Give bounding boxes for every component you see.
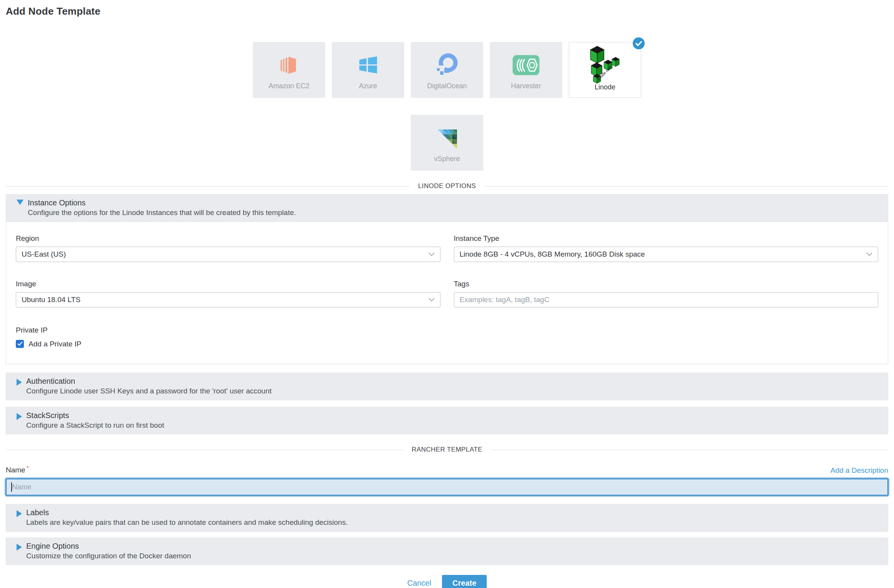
authentication-header[interactable]: Authentication Configure Linode user SSH…: [6, 373, 888, 400]
instance-options-content: Region US-East (US) Instance Type Linode…: [6, 222, 888, 364]
engine-options-header[interactable]: Engine Options Customize the configurati…: [6, 538, 888, 565]
provider-card-label: vSphere: [434, 155, 460, 163]
provider-card-amazon-ec2[interactable]: Amazon EC2: [253, 42, 325, 98]
provider-card-label: Amazon EC2: [269, 82, 309, 90]
image-value: Ubuntu 18.04 LTS: [22, 296, 81, 304]
section-title: Authentication: [26, 376, 272, 386]
name-row: Name* Add a Description: [6, 464, 888, 474]
linode-icon: linode.com: [587, 46, 623, 83]
add-node-template-page: Add Node Template Amazon EC2: [0, 0, 894, 588]
region-field: Region US-East (US): [16, 234, 440, 262]
region-select[interactable]: US-East (US): [16, 247, 440, 262]
section-title: Engine Options: [26, 541, 191, 551]
tags-input[interactable]: [454, 292, 879, 307]
page-title: Add Node Template: [6, 5, 888, 17]
provider-card-vsphere[interactable]: vSphere: [411, 115, 483, 171]
name-input[interactable]: [6, 479, 888, 496]
provider-card-label: Azure: [359, 82, 377, 90]
divider-line: [491, 450, 888, 450]
text-caret: [11, 482, 12, 492]
check-icon: [17, 342, 23, 346]
chevron-down-icon: [429, 252, 435, 256]
provider-picker: Amazon EC2 Azure: [6, 42, 888, 171]
instance-type-value: Linode 8GB - 4 vCPUs, 8GB Memory, 160GB …: [460, 250, 645, 259]
create-button[interactable]: Create: [442, 575, 487, 588]
region-value: US-East (US): [22, 250, 66, 259]
provider-card-digitalocean[interactable]: DigitalOcean: [411, 42, 483, 98]
section-subtitle: Customize the configuration of the Docke…: [26, 552, 191, 561]
chevron-right-icon: [17, 510, 22, 517]
linode-options-divider: LINODE OPTIONS: [6, 182, 888, 190]
footer-actions: Cancel Create: [6, 575, 888, 588]
name-input-wrap: [6, 479, 888, 496]
provider-card-harvester[interactable]: Harvester: [490, 42, 562, 98]
labels-header[interactable]: Labels Labels are key/value pairs that c…: [6, 504, 888, 532]
divider-line: [6, 186, 410, 186]
chevron-down-icon: [866, 252, 872, 256]
chevron-down-icon: [429, 298, 435, 302]
azure-icon: [356, 51, 380, 79]
instance-type-field: Instance Type Linode 8GB - 4 vCPUs, 8GB …: [454, 234, 879, 262]
divider-line: [6, 450, 403, 450]
tags-field: Tags: [454, 280, 879, 307]
divider-label: LINODE OPTIONS: [418, 182, 476, 190]
private-ip-label: Private IP: [16, 326, 878, 334]
provider-card-label: Linode: [595, 83, 615, 91]
instance-type-label: Instance Type: [454, 234, 879, 243]
provider-card-linode[interactable]: linode.com Linode: [569, 42, 641, 98]
section-title: StackScripts: [26, 411, 164, 420]
section-subtitle: Configure a StackScript to run on first …: [26, 421, 164, 430]
chevron-right-icon: [17, 379, 22, 386]
divider-label: RANCHER TEMPLATE: [412, 446, 482, 454]
section-subtitle: Configure the options for the Linode Ins…: [28, 208, 296, 217]
vsphere-icon: [435, 124, 459, 152]
section-title: Labels: [26, 508, 348, 517]
digitalocean-icon: [435, 51, 459, 79]
image-select[interactable]: Ubuntu 18.04 LTS: [16, 292, 440, 307]
tags-label: Tags: [454, 280, 879, 288]
name-label: Name: [6, 466, 25, 474]
add-description-link[interactable]: Add a Description: [830, 466, 888, 475]
provider-row-1: Amazon EC2 Azure: [6, 42, 888, 98]
provider-card-label: DigitalOcean: [427, 82, 467, 90]
amazon-ec2-icon: [278, 51, 300, 79]
region-label: Region: [16, 234, 440, 243]
private-ip-checkbox-row[interactable]: Add a Private IP: [16, 340, 878, 348]
chevron-right-icon: [17, 544, 22, 551]
private-ip-field: Private IP Add a Private IP: [16, 326, 878, 348]
stackscripts-header[interactable]: StackScripts Configure a StackScript to …: [6, 407, 888, 435]
section-instance-options: Instance Options Configure the options f…: [6, 194, 888, 364]
section-subtitle: Configure Linode user SSH Keys and a pas…: [26, 387, 272, 396]
image-label: Image: [16, 280, 440, 288]
provider-row-2: vSphere: [6, 115, 888, 171]
private-ip-checkbox[interactable]: [16, 340, 24, 348]
instance-type-select[interactable]: Linode 8GB - 4 vCPUs, 8GB Memory, 160GB …: [454, 247, 879, 262]
chevron-right-icon: [17, 413, 22, 420]
cancel-button[interactable]: Cancel: [407, 579, 431, 588]
instance-options-header[interactable]: Instance Options Configure the options f…: [6, 194, 888, 222]
provider-card-label: Harvester: [511, 82, 541, 90]
section-title: Instance Options: [28, 198, 296, 207]
selected-check-icon: [633, 37, 645, 49]
section-subtitle: Labels are key/value pairs that can be u…: [26, 518, 348, 527]
harvester-icon: [512, 51, 540, 79]
divider-line: [484, 186, 888, 186]
image-field: Image Ubuntu 18.04 LTS: [16, 280, 440, 307]
provider-card-azure[interactable]: Azure: [332, 42, 404, 98]
chevron-down-icon: [17, 200, 24, 205]
rancher-template-divider: RANCHER TEMPLATE: [6, 446, 888, 454]
required-marker: *: [27, 464, 29, 471]
private-ip-checkbox-label: Add a Private IP: [29, 340, 81, 348]
